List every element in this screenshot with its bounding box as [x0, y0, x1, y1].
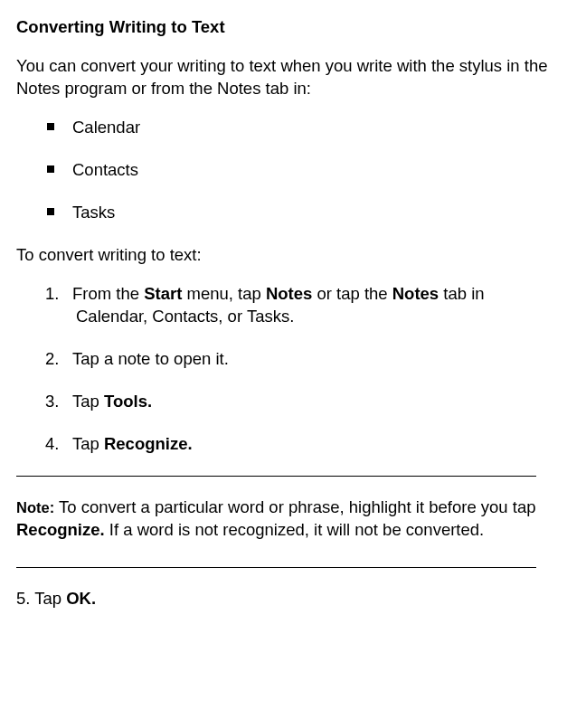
step-3: Tap Tools.: [16, 391, 570, 413]
note-paragraph: Note: To convert a particular word or ph…: [16, 496, 570, 542]
text-bold: Recognize.: [104, 434, 193, 453]
divider: [16, 567, 536, 568]
text-bold: Start: [144, 284, 182, 303]
step-1: From the Start menu, tap Notes or tap th…: [16, 283, 570, 328]
text-bold: OK.: [66, 589, 96, 608]
list-item: Contacts: [16, 159, 570, 182]
section-title: Converting Writing to Text: [16, 16, 570, 39]
text: Calendar, Contacts, or Tasks.: [72, 306, 570, 328]
text: tab in: [439, 284, 484, 303]
text-bold: Recognize.: [16, 520, 105, 539]
list-item: Tasks: [16, 202, 570, 224]
divider: [16, 476, 536, 477]
steps-list: From the Start menu, tap Notes or tap th…: [16, 283, 570, 456]
step-4: Tap Recognize.: [16, 433, 570, 456]
step-5: 5. Tap OK.: [16, 588, 570, 610]
text: If a word is not recognized, it will not…: [105, 520, 485, 539]
text-bold: Notes: [392, 284, 439, 303]
text: or tap the: [312, 284, 392, 303]
list-item: Calendar: [16, 117, 570, 139]
text: To convert a particular word or phrase, …: [54, 497, 535, 516]
text-bold: Tools.: [104, 392, 152, 411]
text-bold: Notes: [266, 284, 312, 303]
text: From the: [72, 284, 144, 303]
intro-paragraph: You can convert your writing to text whe…: [16, 55, 570, 100]
subheading: To convert writing to text:: [16, 244, 570, 267]
text: Tap: [72, 434, 104, 453]
bullet-list: Calendar Contacts Tasks: [16, 117, 570, 224]
text: 5. Tap: [16, 589, 66, 608]
note-label: Note:: [16, 499, 54, 515]
step-2: Tap a note to open it.: [16, 348, 570, 371]
text: menu, tap: [182, 284, 266, 303]
text: Tap: [72, 392, 104, 411]
